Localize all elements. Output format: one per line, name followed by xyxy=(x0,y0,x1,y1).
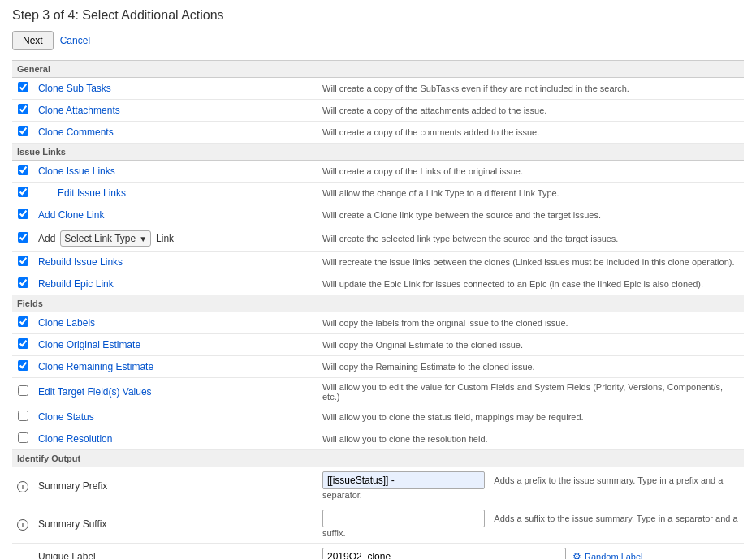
add-clone-link-checkbox[interactable] xyxy=(18,209,28,219)
edit-issue-links-checkbox[interactable] xyxy=(18,187,28,197)
table-row: Clone Resolution Will allow you to clone… xyxy=(12,428,744,450)
add-link-row: Add Select Link Type ▼ Link xyxy=(38,230,313,247)
unique-label-label: Unique Label xyxy=(38,551,96,559)
clone-status-link[interactable]: Clone Status xyxy=(38,411,94,423)
add-label: Add xyxy=(38,233,55,244)
toolbar: Next Cancel xyxy=(12,31,744,50)
summary-prefix-input[interactable] xyxy=(322,471,485,489)
table-row: Clone Labels Will copy the labels from t… xyxy=(12,312,744,334)
unique-label-input[interactable] xyxy=(322,548,566,559)
add-link-type-desc: Will create the selected link type betwe… xyxy=(318,226,744,252)
add-link-type-checkbox[interactable] xyxy=(18,232,28,243)
clone-resolution-desc: Will allow you to clone the resolution f… xyxy=(318,428,744,450)
random-label-text: Random Label xyxy=(585,552,643,559)
table-row: Clone Status Will allow you to clone the… xyxy=(12,406,744,428)
issue-links-section-header: Issue Links xyxy=(12,144,744,161)
summary-suffix-label: Summary Suffix xyxy=(38,518,106,530)
clone-status-desc: Will allow you to clone the status field… xyxy=(318,406,744,428)
clone-comments-desc: Will create a copy of the comments added… xyxy=(318,122,744,144)
clone-original-estimate-desc: Will copy the Original Estimate to the c… xyxy=(318,334,744,356)
table-row: Clone Original Estimate Will copy the Or… xyxy=(12,334,744,356)
summary-prefix-row: i Summary Prefix Adds a prefix to the is… xyxy=(12,467,744,505)
clone-original-estimate-checkbox[interactable] xyxy=(18,338,28,349)
clone-attachments-desc: Will create a copy of the attachments ad… xyxy=(318,100,744,122)
clone-original-estimate-link[interactable]: Clone Original Estimate xyxy=(38,339,140,350)
select-link-dropdown[interactable]: Select Link Type ▼ xyxy=(60,230,151,247)
clone-issue-links-desc: Will create a copy of the Links of the o… xyxy=(318,161,744,183)
clone-attachments-checkbox[interactable] xyxy=(18,104,28,114)
clone-remaining-estimate-checkbox[interactable] xyxy=(18,360,28,371)
edit-target-fields-link[interactable]: Edit Target Field(s) Values xyxy=(38,386,152,398)
rebuild-issue-links-link[interactable]: Rebuild Issue Links xyxy=(38,256,123,268)
clone-subtasks-checkbox[interactable] xyxy=(18,82,28,92)
rebuild-epic-link-checkbox[interactable] xyxy=(18,277,28,288)
clone-resolution-link[interactable]: Clone Resolution xyxy=(38,433,112,445)
rebuild-epic-link-link[interactable]: Rebuild Epic Link xyxy=(38,278,114,290)
next-button[interactable]: Next xyxy=(12,31,54,50)
table-row: Add Select Link Type ▼ Link Will create … xyxy=(12,226,744,252)
clone-comments-link[interactable]: Clone Comments xyxy=(38,127,114,138)
add-clone-link-desc: Will create a Clone link type between th… xyxy=(318,204,744,226)
general-section-header: General xyxy=(12,61,744,78)
edit-issue-links-link[interactable]: Edit Issue Links xyxy=(58,187,126,199)
summary-prefix-label: Summary Prefix xyxy=(38,480,107,492)
clone-labels-link[interactable]: Clone Labels xyxy=(38,317,95,329)
gear-icon: ⚙ xyxy=(572,551,581,559)
table-row: Clone Issue Links Will create a copy of … xyxy=(12,161,744,183)
clone-subtasks-link[interactable]: Clone Sub Tasks xyxy=(38,83,111,94)
rebuild-issue-links-checkbox[interactable] xyxy=(18,256,28,266)
edit-target-fields-desc: Will allow you to edit the value for Cus… xyxy=(318,378,744,406)
unique-label-row: Unique Label ⚙ Random Label xyxy=(12,544,744,560)
table-row: Clone Comments Will create a copy of the… xyxy=(12,122,744,144)
table-row: Clone Remaining Estimate Will copy the R… xyxy=(12,356,744,378)
clone-labels-desc: Will copy the labels from the original i… xyxy=(318,312,744,334)
clone-issue-links-link[interactable]: Clone Issue Links xyxy=(38,166,115,177)
clone-status-checkbox[interactable] xyxy=(18,411,28,421)
table-row: Edit Target Field(s) Values Will allow y… xyxy=(12,378,744,406)
summary-suffix-input[interactable] xyxy=(322,510,485,527)
clone-resolution-checkbox[interactable] xyxy=(18,432,28,443)
summary-suffix-info-icon: i xyxy=(17,519,28,531)
table-row: Clone Attachments Will create a copy of … xyxy=(12,100,744,122)
clone-labels-checkbox[interactable] xyxy=(18,316,28,327)
rebuild-epic-link-desc: Will update the Epic Link for issues con… xyxy=(318,273,744,295)
fields-section-header: Fields xyxy=(12,295,744,312)
clone-remaining-estimate-desc: Will copy the Remaining Estimate to the … xyxy=(318,356,744,378)
cancel-button[interactable]: Cancel xyxy=(60,35,90,46)
clone-attachments-link[interactable]: Clone Attachments xyxy=(38,105,120,116)
edit-target-fields-checkbox[interactable] xyxy=(18,385,28,396)
identify-output-section-header: Identify Output xyxy=(12,450,744,467)
random-label-button[interactable]: ⚙ Random Label xyxy=(572,551,643,559)
edit-issue-links-desc: Will allow the change of a Link Type to … xyxy=(318,183,744,204)
table-row: Rebuild Issue Links Will recreate the is… xyxy=(12,252,744,273)
table-row: Add Clone Link Will create a Clone link … xyxy=(12,204,744,226)
summary-suffix-row: i Summary Suffix Adds a suffix to the is… xyxy=(12,505,744,544)
table-row: Clone Sub Tasks Will create a copy of th… xyxy=(12,78,744,100)
options-table: General Clone Sub Tasks Will create a co… xyxy=(12,60,744,559)
clone-remaining-estimate-link[interactable]: Clone Remaining Estimate xyxy=(38,361,153,372)
rebuild-issue-links-desc: Will recreate the issue links between th… xyxy=(318,252,744,273)
dropdown-arrow-icon: ▼ xyxy=(139,234,147,243)
table-row: Edit Issue Links Will allow the change o… xyxy=(12,183,744,204)
clone-subtasks-desc: Will create a copy of the SubTasks even … xyxy=(318,78,744,100)
summary-prefix-info-icon: i xyxy=(17,481,28,492)
table-row: Rebuild Epic Link Will update the Epic L… xyxy=(12,273,744,295)
select-link-label: Select Link Type xyxy=(64,233,136,244)
add-clone-link-link[interactable]: Add Clone Link xyxy=(38,209,104,221)
page-title: Step 3 of 4: Select Additional Actions xyxy=(12,8,744,23)
clone-comments-checkbox[interactable] xyxy=(18,126,28,136)
link-suffix: Link xyxy=(156,233,174,244)
clone-issue-links-checkbox[interactable] xyxy=(18,165,28,175)
